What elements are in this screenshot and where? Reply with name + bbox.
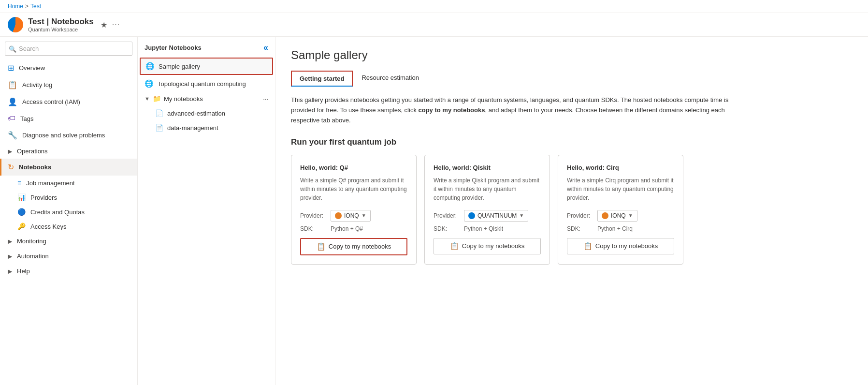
copy-button-qiskit[interactable]: 📋 Copy to my notebooks xyxy=(434,238,541,254)
sidebar-item-diagnose[interactable]: 🔧 Diagnose and solve problems xyxy=(0,127,137,144)
tabs-bar: Getting started Resource estimation xyxy=(291,71,853,87)
globe-icon: 🌐 xyxy=(145,62,155,71)
notebook-item-sample-gallery[interactable]: 🌐 Sample gallery xyxy=(140,58,273,75)
title-group: Test | Notebooks Quantum Workspace xyxy=(28,17,94,32)
section-title: Run your first quantum job xyxy=(291,137,853,147)
copy-icon-3: 📋 xyxy=(583,242,593,251)
my-notebooks-label: My notebooks xyxy=(164,95,203,103)
cards-container: Hello, world: Q# Write a simple Q# progr… xyxy=(291,155,853,265)
card-qsharp-sdk-row: SDK: Python + Q# xyxy=(300,225,407,232)
job-management-icon: ≡ xyxy=(17,179,21,187)
operations-chevron-icon: ▶ xyxy=(8,148,12,155)
sidebar-label-help: Help xyxy=(17,267,30,275)
card-cirq-provider-row: Provider: IONQ ▼ xyxy=(567,210,674,222)
globe-icon-2: 🌐 xyxy=(145,79,154,88)
sidebar-item-activity-log[interactable]: 📋 Activity log xyxy=(0,76,137,93)
sidebar-label-notebooks: Notebooks xyxy=(19,163,51,171)
sidebar-item-notebooks[interactable]: ↻ Notebooks xyxy=(0,159,137,176)
sidebar-item-automation[interactable]: ▶ Automation xyxy=(0,249,137,264)
card-qsharp-provider-row: Provider: IONQ ▼ xyxy=(300,210,407,222)
sidebar-label-diagnose: Diagnose and solve problems xyxy=(22,132,105,139)
sidebar-label-operations: Operations xyxy=(17,148,48,155)
sidebar-label-providers: Providers xyxy=(30,194,57,201)
my-notebooks-ellipsis[interactable]: ··· xyxy=(263,95,268,103)
provider-value-2: QUANTINUUM xyxy=(477,212,517,219)
breadcrumb-bar: Home > Test xyxy=(0,0,868,13)
page-title: Sample gallery xyxy=(291,48,853,62)
copy-icon-2: 📋 xyxy=(450,242,459,251)
sidebar-label-overview: Overview xyxy=(19,64,45,72)
sidebar-item-access-control[interactable]: 👤 Access control (IAM) xyxy=(0,93,137,110)
sidebar-label-activity: Activity log xyxy=(22,81,52,89)
notebook-file-data-management[interactable]: 📄 data-management xyxy=(138,120,275,135)
sidebar-item-credits-quotas[interactable]: 🔵 Credits and Quotas xyxy=(0,205,137,219)
card-qiskit-title: Hello, world: Qiskit xyxy=(434,164,541,171)
breadcrumb-current[interactable]: Test xyxy=(30,3,41,10)
file-icon-2: 📄 xyxy=(155,124,163,132)
provider-chevron-2: ▼ xyxy=(519,213,524,218)
card-cirq-title: Hello, world: Cirq xyxy=(567,164,674,171)
ionq-icon-3 xyxy=(602,212,608,219)
notebooks-icon: ↻ xyxy=(8,163,14,172)
provider-dropdown-1[interactable]: IONQ ▼ xyxy=(331,210,371,222)
workspace-subtitle: Quantum Workspace xyxy=(28,27,94,32)
monitoring-chevron-icon: ▶ xyxy=(8,238,12,245)
my-notebooks-header[interactable]: ▼ 📁 My notebooks ··· xyxy=(138,91,275,106)
notebook-file-advanced-estimation[interactable]: 📄 advanced-estimation xyxy=(138,106,275,120)
sidebar-item-monitoring[interactable]: ▶ Monitoring xyxy=(0,234,137,249)
notebook-item-topological[interactable]: 🌐 Topological quantum computing xyxy=(138,76,275,91)
sidebar-item-providers[interactable]: 📊 Providers xyxy=(0,190,137,205)
access-keys-icon: 🔑 xyxy=(17,222,26,230)
sidebar-item-access-keys[interactable]: 🔑 Access Keys xyxy=(0,219,137,234)
advanced-estimation-label: advanced-estimation xyxy=(167,110,225,117)
copy-button-qsharp[interactable]: 📋 Copy to my notebooks xyxy=(300,238,407,255)
workspace-icon xyxy=(8,17,23,32)
topological-label: Topological quantum computing xyxy=(158,80,246,88)
copy-icon-1: 📋 xyxy=(317,242,326,251)
providers-icon: 📊 xyxy=(17,193,26,201)
provider-chevron-1: ▼ xyxy=(362,213,366,218)
search-input[interactable] xyxy=(5,42,132,56)
copy-button-cirq[interactable]: 📋 Copy to my notebooks xyxy=(567,238,674,254)
sidebar-label-tags: Tags xyxy=(20,115,33,122)
tab-resource-estimation[interactable]: Resource estimation xyxy=(354,71,427,87)
card-qsharp: Hello, world: Q# Write a simple Q# progr… xyxy=(291,155,417,265)
sidebar-label-job-management: Job management xyxy=(26,179,74,187)
center-panel: Jupyter Notebooks « 🌐 Sample gallery 🌐 T… xyxy=(138,37,275,385)
sidebar-label-monitoring: Monitoring xyxy=(17,237,46,245)
provider-dropdown-2[interactable]: QUANTINUUM ▼ xyxy=(464,210,528,222)
file-icon-1: 📄 xyxy=(155,109,163,117)
data-management-label: data-management xyxy=(167,124,218,132)
tab-getting-started-label: Getting started xyxy=(300,75,344,82)
collapse-panel-icon[interactable]: « xyxy=(263,43,268,53)
card-qiskit-sdk-row: SDK: Python + Qiskit xyxy=(434,225,541,232)
provider-label-2: Provider: xyxy=(434,212,460,219)
copy-label-1: Copy to my notebooks xyxy=(329,243,391,250)
star-button[interactable]: ★ xyxy=(101,20,107,30)
card-qiskit: Hello, world: Qiskit Write a simple Qisk… xyxy=(424,155,550,265)
card-cirq-desc: Write a simple Cirq program and submit i… xyxy=(567,176,674,202)
provider-dropdown-3[interactable]: IONQ ▼ xyxy=(597,210,637,222)
card-cirq: Hello, world: Cirq Write a simple Cirq p… xyxy=(558,155,683,265)
sidebar-item-help[interactable]: ▶ Help xyxy=(0,264,137,279)
provider-chevron-3: ▼ xyxy=(628,213,633,218)
sdk-value-3: Python + Cirq xyxy=(597,225,633,232)
card-qsharp-desc: Write a simple Q# program and submit it … xyxy=(300,176,407,202)
diagnose-icon: 🔧 xyxy=(8,131,17,140)
card-cirq-sdk-row: SDK: Python + Cirq xyxy=(567,225,674,232)
sidebar-item-operations[interactable]: ▶ Operations xyxy=(0,144,137,159)
provider-label-3: Provider: xyxy=(567,212,593,219)
card-qiskit-desc: Write a simple Qiskit program and submit… xyxy=(434,176,541,202)
tab-getting-started[interactable]: Getting started xyxy=(291,71,353,87)
ellipsis-button[interactable]: ··· xyxy=(112,20,120,29)
gallery-description: This gallery provides notebooks getting … xyxy=(291,95,750,125)
sdk-label-2: SDK: xyxy=(434,225,460,232)
center-panel-title: Jupyter Notebooks xyxy=(145,44,202,51)
breadcrumb-home[interactable]: Home xyxy=(8,3,23,10)
folder-icon: 📁 xyxy=(153,95,161,103)
sidebar-item-overview[interactable]: ⊞ Overview xyxy=(0,59,137,76)
sidebar-item-job-management[interactable]: ≡ Job management xyxy=(0,176,137,190)
sidebar-item-tags[interactable]: 🏷 Tags xyxy=(0,110,137,127)
overview-icon: ⊞ xyxy=(8,63,14,73)
sample-gallery-label: Sample gallery xyxy=(159,63,200,70)
